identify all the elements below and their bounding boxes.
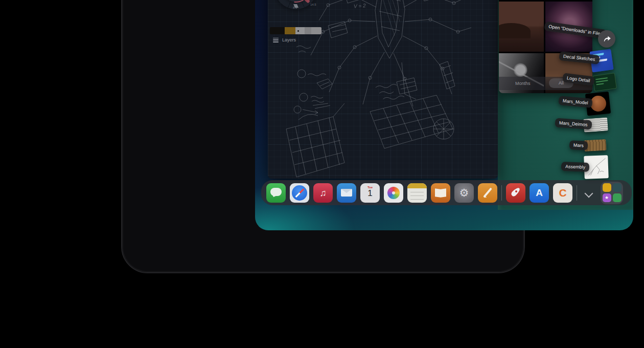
ipad-screen: Concepts_blue… 59% 90° PRO ↓ ↑ ⚙ ? bbox=[255, 0, 633, 230]
drag-item-label: Mars bbox=[569, 140, 588, 150]
mini-app-purple-star: ★ bbox=[603, 193, 611, 202]
app-store-a-icon: A bbox=[536, 187, 543, 198]
dock-settings-icon[interactable]: ⚙ bbox=[454, 183, 474, 203]
stage-background: Concepts_blue… 59% 90° PRO ↓ ↑ ⚙ ? bbox=[0, 0, 644, 348]
drawing-canvas[interactable]: V = 2 7.3 3.5 14.5 8.9 bbox=[268, 0, 498, 179]
open-book-icon bbox=[435, 188, 441, 197]
swatch-gray[interactable] bbox=[305, 27, 311, 34]
dock-books-icon[interactable] bbox=[431, 183, 450, 203]
dock-safari-icon[interactable] bbox=[290, 183, 309, 203]
dock: ♫ Tue 1 ⚙ A C ★ bbox=[261, 180, 632, 205]
dock-divider bbox=[577, 185, 577, 201]
ipad-device-frame: Concepts_blue… 59% 90° PRO ↓ ↑ ⚙ ? bbox=[121, 0, 525, 273]
photos-flower-icon bbox=[387, 187, 400, 199]
tab-months[interactable]: Months bbox=[515, 81, 531, 86]
calendar-day: 1 bbox=[360, 189, 380, 198]
mini-app-green bbox=[613, 193, 622, 202]
layers-button[interactable]: Layers bbox=[273, 37, 296, 42]
layers-label: Layers bbox=[282, 37, 296, 42]
dock-photos-icon[interactable] bbox=[384, 183, 403, 203]
dock-calendar-icon[interactable]: Tue 1 bbox=[360, 183, 380, 203]
mini-app-yellow bbox=[603, 183, 611, 192]
c-swirl-icon: C bbox=[559, 187, 566, 199]
dock-app-store-icon[interactable]: A bbox=[530, 183, 549, 203]
dock-rocket-app-icon[interactable] bbox=[506, 183, 525, 203]
music-note-icon: ♫ bbox=[319, 188, 327, 198]
layers-list-icon bbox=[273, 38, 279, 42]
share-arrow-icon bbox=[602, 34, 611, 44]
dock-messages-icon[interactable] bbox=[266, 183, 286, 203]
canvas-annotation: V = 2 bbox=[354, 3, 366, 9]
swatch-black[interactable] bbox=[270, 27, 285, 34]
selected-swatch-dot bbox=[297, 30, 299, 32]
chevron-down-icon bbox=[585, 189, 593, 198]
swatch-silver[interactable] bbox=[311, 27, 321, 34]
drag-item-label: Assembly bbox=[561, 162, 590, 172]
swatch-gold[interactable] bbox=[285, 27, 295, 34]
photo-thumbnail-mars-surface[interactable] bbox=[499, 2, 544, 52]
dock-concepts-icon[interactable] bbox=[478, 183, 497, 203]
dock-music-icon[interactable]: ♫ bbox=[313, 183, 333, 203]
dock-mail-icon[interactable] bbox=[337, 183, 356, 203]
share-button[interactable] bbox=[598, 30, 615, 48]
dock-c-app-icon[interactable]: C bbox=[553, 183, 572, 203]
dock-notes-icon[interactable] bbox=[407, 183, 427, 203]
tool-wheel[interactable]: 7.3 3.5 14.5 8.9 bbox=[274, 0, 317, 9]
concepts-app-window[interactable]: Concepts_blue… 59% 90° PRO ↓ ↑ ⚙ ? bbox=[268, 0, 498, 179]
color-swatch-bar[interactable] bbox=[270, 27, 321, 34]
logo-sticker-thumb[interactable] bbox=[592, 73, 617, 92]
gear-icon: ⚙ bbox=[459, 187, 469, 199]
app-library-tile[interactable]: ★ bbox=[601, 182, 623, 204]
ring-size-bottom-right: 14.5 bbox=[310, 3, 316, 6]
dock-divider bbox=[501, 185, 502, 201]
dock-collapse-button[interactable] bbox=[581, 183, 596, 203]
fill-tool-icon[interactable] bbox=[293, 4, 299, 8]
mini-app-teal bbox=[613, 183, 622, 192]
